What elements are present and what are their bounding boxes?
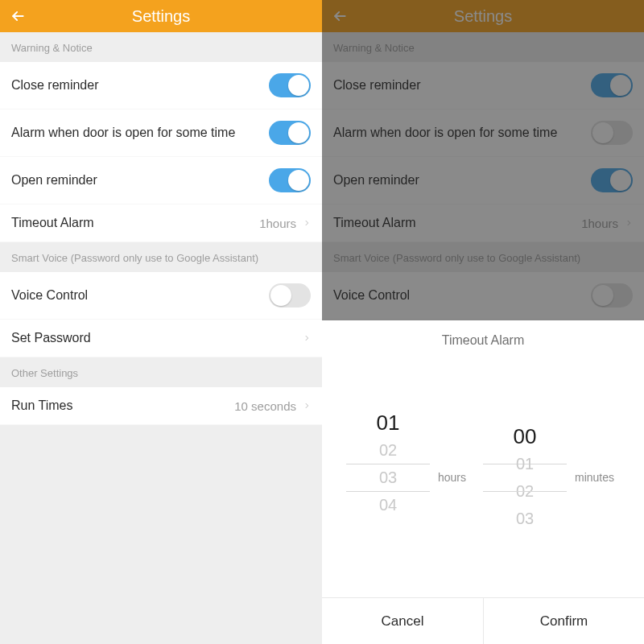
app-header: Settings xyxy=(0,0,322,32)
picker-option[interactable]: 02 xyxy=(483,477,567,505)
run-times-label: Run Times xyxy=(11,398,234,413)
chevron-right-icon xyxy=(303,217,311,229)
run-times-value: 10 seconds xyxy=(234,399,296,413)
row-timeout-alarm[interactable]: Timeout Alarm 1hours xyxy=(0,204,322,242)
section-voice-label: Smart Voice (Password only use to Google… xyxy=(0,242,322,272)
hours-column[interactable]: 0001020304 hours xyxy=(346,405,483,550)
picker-option[interactable]: 03 xyxy=(483,505,567,532)
minutes-column[interactable]: 00010203 minutes xyxy=(483,405,620,550)
picker-option[interactable]: 04 xyxy=(346,491,430,518)
picker-option[interactable]: 03 xyxy=(346,464,430,491)
minutes-wheel[interactable]: 00010203 xyxy=(483,405,567,550)
picker-title: Timeout Alarm xyxy=(322,320,644,357)
hours-unit-label: hours xyxy=(438,471,483,484)
row-set-password[interactable]: Set Password xyxy=(0,320,322,357)
alarm-open-toggle[interactable] xyxy=(269,121,311,145)
set-password-label: Set Password xyxy=(11,331,303,345)
modal-backdrop[interactable] xyxy=(322,0,644,320)
picker-wheels: 0001020304 hours 00010203 minutes xyxy=(322,357,644,597)
section-other-label: Other Settings xyxy=(0,357,322,387)
cancel-button[interactable]: Cancel xyxy=(322,598,483,644)
section-warning-label: Warning & Notice xyxy=(0,32,322,62)
picker-option[interactable]: 01 xyxy=(346,409,430,436)
phone-left: Settings Warning & Notice Close reminder… xyxy=(0,0,322,644)
confirm-button[interactable]: Confirm xyxy=(483,598,644,644)
hours-wheel[interactable]: 0001020304 xyxy=(346,405,430,550)
alarm-open-label: Alarm when door is open for some time xyxy=(11,126,269,140)
back-button[interactable] xyxy=(10,0,26,32)
row-run-times[interactable]: Run Times 10 seconds xyxy=(0,387,322,425)
open-reminder-label: Open reminder xyxy=(11,173,269,188)
timeout-alarm-label: Timeout Alarm xyxy=(11,216,259,230)
timeout-alarm-value: 1hours xyxy=(259,217,296,230)
minutes-unit-label: minutes xyxy=(575,471,620,484)
close-reminder-toggle[interactable] xyxy=(269,73,311,97)
voice-control-toggle[interactable] xyxy=(269,283,311,308)
picker-option[interactable]: 02 xyxy=(346,436,430,464)
voice-control-label: Voice Control xyxy=(11,288,269,303)
open-reminder-toggle[interactable] xyxy=(269,168,311,192)
row-voice-control[interactable]: Voice Control xyxy=(0,272,322,320)
row-alarm-open[interactable]: Alarm when door is open for some time xyxy=(0,109,322,157)
picker-option[interactable]: 00 xyxy=(483,423,567,450)
phone-right: Settings Warning & Notice Close reminder… xyxy=(322,0,644,644)
picker-option[interactable]: 01 xyxy=(483,450,567,477)
picker-buttons: Cancel Confirm xyxy=(322,597,644,644)
row-open-reminder[interactable]: Open reminder xyxy=(0,157,322,204)
close-reminder-label: Close reminder xyxy=(11,78,269,93)
row-close-reminder[interactable]: Close reminder xyxy=(0,62,322,109)
page-title: Settings xyxy=(132,7,190,26)
chevron-right-icon xyxy=(303,332,311,345)
chevron-right-icon xyxy=(303,399,311,412)
timeout-picker-sheet: Timeout Alarm 0001020304 hours 00010203 … xyxy=(322,320,644,644)
